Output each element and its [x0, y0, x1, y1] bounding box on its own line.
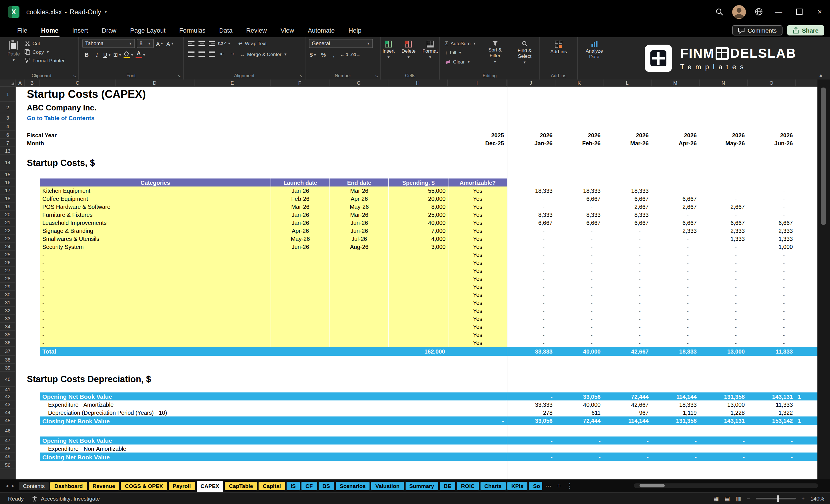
- cell-N29[interactable]: -: [700, 283, 747, 291]
- decrease-indent-button[interactable]: ⇤: [218, 50, 226, 58]
- year-I[interactable]: 2025: [448, 131, 507, 139]
- band-label-49[interactable]: Closing Net Book Value: [40, 452, 388, 461]
- row-header-37[interactable]: 37: [0, 347, 16, 356]
- cell-L28[interactable]: -: [604, 275, 651, 283]
- item-amortizable[interactable]: Yes: [448, 194, 507, 202]
- increase-indent-button[interactable]: ⇥: [228, 50, 237, 58]
- item-name[interactable]: Furniture & Fixtures: [40, 211, 270, 219]
- accounting-format-button[interactable]: $▼: [309, 50, 317, 59]
- item-spending[interactable]: [388, 339, 448, 347]
- item-amortizable[interactable]: Yes: [448, 187, 507, 194]
- cell-K26[interactable]: -: [555, 259, 604, 266]
- zoom-out-button[interactable]: −: [747, 496, 750, 502]
- row-header-38[interactable]: 38: [0, 356, 16, 364]
- sheet-tab-captable[interactable]: CapTable: [225, 481, 257, 490]
- item-spending[interactable]: [388, 275, 448, 283]
- analyze-data-button[interactable]: Analyze Data: [578, 39, 611, 70]
- thead-spending[interactable]: Spending, $: [388, 179, 448, 187]
- item-amortizable[interactable]: Yes: [448, 298, 507, 307]
- item-spending[interactable]: [388, 251, 448, 259]
- page-layout-view-icon[interactable]: ▤: [725, 496, 730, 502]
- detail-label-48[interactable]: Expenditure - Non-Amortizable: [40, 444, 388, 452]
- cell-O21[interactable]: 6,667: [747, 219, 796, 226]
- month-header-O[interactable]: Jun-26: [747, 139, 796, 147]
- item-amortizable[interactable]: Yes: [448, 330, 507, 339]
- find-select-button[interactable]: Find & Select ▼: [510, 39, 540, 70]
- band-L47[interactable]: -: [604, 437, 651, 444]
- item-spending[interactable]: [388, 330, 448, 339]
- section2-title[interactable]: Startup Costs Depreciation, $: [25, 372, 388, 387]
- cell-N19[interactable]: 2,667: [700, 202, 747, 211]
- minimize-button[interactable]: —: [768, 1, 789, 22]
- row-header-31[interactable]: 31: [0, 298, 16, 307]
- detail-M44[interactable]: 1,119: [651, 408, 700, 416]
- cell-K17[interactable]: 18,333: [555, 187, 604, 194]
- cell-K34[interactable]: -: [555, 323, 604, 330]
- cell-K30[interactable]: -: [555, 291, 604, 298]
- cell-K18[interactable]: 6,667: [555, 194, 604, 202]
- month-header-M[interactable]: Apr-26: [651, 139, 700, 147]
- item-end[interactable]: [329, 339, 388, 347]
- item-amortizable[interactable]: Yes: [448, 283, 507, 291]
- title-chevron-down-icon[interactable]: ▼: [104, 10, 107, 13]
- item-name[interactable]: Signage & Branding: [40, 226, 270, 234]
- cell-K23[interactable]: -: [555, 234, 604, 243]
- sort-filter-button[interactable]: Sort & Filter ▼: [480, 39, 510, 70]
- item-launch[interactable]: [270, 339, 329, 347]
- item-spending[interactable]: [388, 298, 448, 307]
- cell-L22[interactable]: -: [604, 226, 651, 234]
- increase-decimal-button[interactable]: ←.0: [340, 50, 348, 59]
- cell-K28[interactable]: -: [555, 275, 604, 283]
- tab-options-kebab-icon[interactable]: ⋮: [567, 482, 573, 490]
- cell-N24[interactable]: -: [700, 243, 747, 251]
- row-header-49[interactable]: 49: [0, 452, 16, 461]
- cell-J29[interactable]: -: [507, 283, 555, 291]
- cell-J32[interactable]: -: [507, 307, 555, 315]
- item-name[interactable]: Smallwares & Utensils: [40, 234, 270, 243]
- item-amortizable[interactable]: Yes: [448, 259, 507, 266]
- cell-O19[interactable]: -: [747, 202, 796, 211]
- item-amortizable[interactable]: Yes: [448, 202, 507, 211]
- item-launch[interactable]: [270, 259, 329, 266]
- cell-O23[interactable]: 1,333: [747, 234, 796, 243]
- band-L45[interactable]: 114,144: [604, 416, 651, 425]
- cell-L24[interactable]: -: [604, 243, 651, 251]
- item-amortizable[interactable]: Yes: [448, 226, 507, 234]
- row-header-44[interactable]: 44: [0, 408, 16, 416]
- company-name[interactable]: ABC Company Inc.: [25, 102, 388, 113]
- total-label[interactable]: Total: [40, 347, 270, 356]
- sheet-tab-contents[interactable]: Contents: [19, 481, 49, 490]
- cell-M17[interactable]: -: [651, 187, 700, 194]
- item-launch[interactable]: [270, 266, 329, 275]
- new-sheet-button[interactable]: +: [557, 482, 561, 489]
- cell-N31[interactable]: -: [700, 298, 747, 307]
- menu-insert[interactable]: Insert: [65, 25, 95, 36]
- row-header-13[interactable]: 13: [0, 147, 16, 155]
- item-launch[interactable]: [270, 330, 329, 339]
- cell-O24[interactable]: 1,000: [747, 243, 796, 251]
- row-header-3[interactable]: 3: [0, 113, 16, 122]
- cell-O34[interactable]: -: [747, 323, 796, 330]
- col-header-C[interactable]: C: [40, 80, 116, 87]
- cell-M25[interactable]: -: [651, 251, 700, 259]
- item-spending[interactable]: 40,000: [388, 219, 448, 226]
- page-break-view-icon[interactable]: ▥: [736, 496, 741, 502]
- row-header-48[interactable]: 48: [0, 444, 16, 452]
- underline-button[interactable]: U▼: [103, 50, 111, 59]
- cell-L25[interactable]: -: [604, 251, 651, 259]
- col-header-F[interactable]: F: [270, 80, 329, 87]
- row-header-4[interactable]: 4: [0, 122, 16, 131]
- item-name[interactable]: Kitchen Equipment: [40, 187, 270, 194]
- band-J45[interactable]: 33,056: [507, 416, 555, 425]
- cell-L21[interactable]: 6,667: [604, 219, 651, 226]
- band-label-45[interactable]: Closing Net Book Value: [40, 416, 388, 425]
- detail-N44[interactable]: 1,228: [700, 408, 747, 416]
- item-spending[interactable]: [388, 283, 448, 291]
- detail-i-43[interactable]: -: [448, 401, 507, 408]
- cell-K33[interactable]: -: [555, 315, 604, 323]
- year-K[interactable]: 2026: [555, 131, 604, 139]
- menu-home[interactable]: Home: [34, 25, 65, 36]
- month-header-K[interactable]: Feb-26: [555, 139, 604, 147]
- cell-K20[interactable]: 8,333: [555, 211, 604, 219]
- vertical-scrollbar[interactable]: [818, 80, 830, 479]
